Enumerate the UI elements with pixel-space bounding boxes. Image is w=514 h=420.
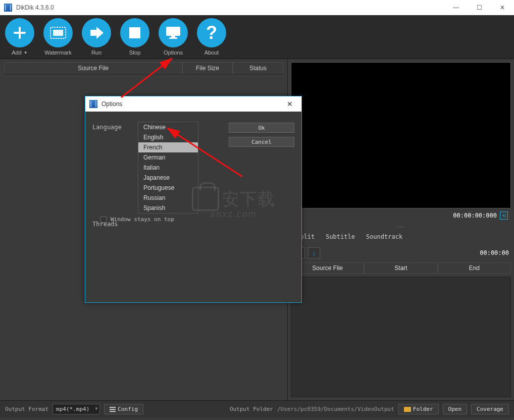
app-icon: [4, 4, 12, 12]
preview-panel: 00:00:00:000 ⟲ ...... Split Subtitle Sou…: [288, 59, 514, 400]
sub-col-start[interactable]: Start: [364, 262, 437, 274]
col-file-size[interactable]: File Size: [182, 62, 233, 74]
arrow-right-icon: [82, 18, 111, 47]
move-down-button[interactable]: ↓: [308, 247, 320, 258]
stop-label: Stop: [129, 49, 141, 56]
titlebar: DikDik 4.3.6.0 — ☐ ✕: [0, 0, 514, 15]
svg-rect-5: [169, 37, 177, 39]
coverage-button[interactable]: Coverage: [471, 404, 509, 414]
sub-col-end[interactable]: End: [438, 262, 511, 274]
language-option-english[interactable]: English: [138, 132, 198, 142]
dialog-title: Options: [101, 100, 282, 108]
watermark-label: Watermark: [44, 49, 71, 56]
output-format-label: Output Format: [5, 406, 48, 412]
stop-button[interactable]: Stop: [120, 18, 149, 56]
dialog-icon: [89, 100, 97, 108]
language-list[interactable]: ChineseEnglishFrenchGermanItalianJapanes…: [138, 122, 198, 214]
source-table-header: Source File File Size Status: [4, 62, 283, 74]
language-option-russian[interactable]: Russian: [138, 193, 198, 203]
duration: 00:00:00: [480, 249, 509, 256]
run-label: Run: [91, 49, 101, 56]
site-watermark: 安下载 anxz.com: [192, 187, 275, 220]
add-button[interactable]: Add▼: [5, 18, 34, 56]
loop-icon[interactable]: ⟲: [500, 212, 508, 220]
language-label: Language: [92, 122, 138, 131]
sub-table-body[interactable]: [291, 277, 511, 397]
dialog-close-button[interactable]: ✕: [282, 100, 297, 108]
list-icon: [110, 407, 116, 412]
language-option-italian[interactable]: Italian: [138, 163, 198, 173]
folder-icon: [404, 407, 411, 412]
sub-table-header: Source File Start End: [291, 262, 511, 274]
about-button[interactable]: ? About: [197, 18, 226, 56]
dots-row: ......: [291, 223, 511, 228]
tab-subtitle[interactable]: Subtitle: [321, 231, 359, 242]
options-button[interactable]: Options: [159, 18, 188, 56]
add-label: Add: [12, 49, 22, 56]
stay-on-top-label: Window stays on top: [111, 216, 174, 223]
options-label: Options: [164, 49, 183, 56]
window-controls: — ☐ ✕: [444, 0, 514, 15]
language-option-german[interactable]: German: [138, 152, 198, 163]
language-option-japanese[interactable]: Japanese: [138, 173, 198, 183]
language-option-chinese[interactable]: Chinese: [138, 122, 198, 132]
dropdown-arrow-icon[interactable]: ▼: [24, 50, 28, 55]
output-folder-path: /Users/pc0359/Documents/VideoOutput: [277, 406, 394, 412]
stay-on-top-row[interactable]: Window stays on top: [100, 216, 174, 223]
stop-icon: [120, 18, 149, 47]
svg-rect-2: [129, 27, 140, 38]
app-title: DikDik 4.3.6.0: [16, 4, 444, 11]
watermark-button[interactable]: Watermark: [43, 18, 73, 56]
close-button[interactable]: ✕: [491, 0, 514, 15]
timecode-bar: 00:00:00:000 ⟲: [291, 211, 511, 221]
tab-soundtrack[interactable]: Soundtrack: [362, 231, 407, 242]
sort-row: ↑ ↓ 00:00:00: [291, 245, 511, 260]
maximize-button[interactable]: ☐: [468, 0, 491, 15]
language-option-spanish[interactable]: Spanish: [138, 203, 198, 213]
plus-icon: [5, 18, 34, 47]
open-button[interactable]: Open: [443, 404, 468, 414]
bottom-bar: Output Format mp4(*.mp4) Config Output F…: [0, 400, 514, 417]
run-button[interactable]: Run: [82, 18, 111, 56]
timecode: 00:00:00:000: [453, 212, 497, 219]
config-button[interactable]: Config: [104, 404, 143, 414]
cancel-button[interactable]: Cancel: [229, 137, 294, 147]
watermark-icon: [43, 18, 73, 47]
svg-rect-4: [171, 36, 175, 37]
watermark-text: 安下载: [222, 188, 275, 211]
dialog-titlebar: Options ✕: [85, 96, 301, 112]
question-icon: ?: [197, 18, 226, 47]
about-label: About: [204, 49, 219, 56]
col-status[interactable]: Status: [233, 62, 283, 74]
svg-rect-3: [166, 27, 180, 36]
main-toolbar: Add▼ Watermark Run Stop Options ? About: [0, 15, 514, 59]
minimize-button[interactable]: —: [444, 0, 468, 15]
col-source-file[interactable]: Source File: [4, 62, 182, 74]
output-format-select[interactable]: mp4(*.mp4): [53, 404, 100, 414]
tabs-row: Split Subtitle Soundtrack: [291, 230, 511, 243]
language-option-french[interactable]: French: [138, 142, 198, 152]
svg-rect-1: [53, 30, 63, 36]
video-preview[interactable]: [291, 62, 511, 208]
stay-on-top-checkbox[interactable]: [100, 217, 107, 223]
ok-button[interactable]: Ok: [229, 123, 294, 133]
language-option-portuguese[interactable]: Portuguese: [138, 183, 198, 193]
monitor-icon: [159, 18, 188, 47]
bag-icon: [192, 187, 219, 211]
folder-button[interactable]: Folder: [398, 404, 439, 414]
output-folder-label: Output Folder: [230, 406, 273, 412]
